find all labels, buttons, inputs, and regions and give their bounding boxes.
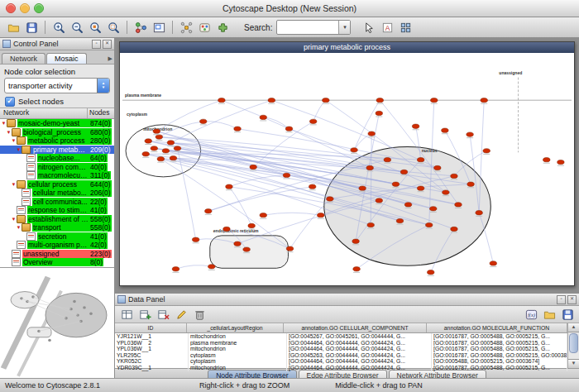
network-node[interactable] (396, 218, 403, 222)
column-header[interactable]: _cellularLayoutRegion (187, 323, 284, 332)
network-node[interactable] (323, 98, 329, 103)
network-overview-icon[interactable] (151, 19, 167, 36)
network-node[interactable] (428, 270, 434, 275)
tree-row[interactable]: secretion41(0) (0, 232, 114, 241)
expander-icon[interactable]: ▼ (11, 136, 17, 145)
network-node[interactable] (392, 182, 399, 186)
tab-mosaic[interactable]: Mosaic (46, 53, 87, 64)
network-edge[interactable] (203, 122, 237, 129)
search-box[interactable]: ▾ (276, 20, 351, 35)
network-node[interactable] (156, 135, 162, 139)
network-node[interactable] (366, 165, 373, 170)
network-node[interactable] (142, 152, 149, 156)
column-header[interactable]: annotation.GO CELLULAR_COMPONENT (284, 323, 427, 332)
tree-row[interactable]: ▼transport558(0) (0, 223, 114, 232)
birdseye-view[interactable] (0, 267, 114, 379)
tree-header-nodes[interactable]: Nodes (88, 108, 114, 118)
float-panel-icon[interactable]: ▫ (92, 40, 101, 49)
network-node[interactable] (268, 98, 275, 103)
network-node[interactable] (451, 174, 457, 178)
network-node[interactable] (351, 148, 357, 152)
network-manager-icon[interactable] (132, 19, 149, 36)
expander-icon[interactable]: ▼ (11, 215, 17, 223)
network-node[interactable] (260, 115, 266, 119)
network-node[interactable] (467, 182, 474, 186)
network-node[interactable] (376, 98, 383, 103)
network-node[interactable] (376, 111, 382, 115)
close-panel-icon[interactable]: ✕ (103, 40, 112, 49)
network-node[interactable] (153, 129, 160, 133)
tab-network[interactable]: Network (2, 53, 45, 64)
trash-icon[interactable] (191, 306, 208, 323)
tree-row[interactable]: cellular metabo...206(0) (0, 189, 114, 198)
network-node[interactable] (490, 261, 496, 265)
tree-row[interactable]: response to stimu...41(0) (0, 206, 114, 215)
network-node[interactable] (283, 173, 290, 177)
network-node[interactable] (170, 156, 176, 160)
grid-view-icon[interactable] (397, 19, 414, 36)
network-node[interactable] (412, 124, 419, 128)
first-neighbors-icon[interactable] (178, 19, 194, 36)
tree-row[interactable]: macromolecule...311(0) (0, 171, 114, 180)
network-node[interactable] (359, 186, 366, 190)
tree-row[interactable]: ▼biological_process680(0) (0, 128, 114, 137)
attr-delete-icon[interactable] (155, 306, 171, 323)
select-mode-icon[interactable] (361, 19, 377, 36)
table-row[interactable]: YKR052Ccytoplasm[GO:0044464, GO:0044444,… (115, 358, 567, 365)
network-edge[interactable] (175, 265, 211, 270)
close-panel-icon[interactable]: ✕ (567, 295, 577, 304)
table-scrollbar[interactable]: ▲ ▼ (567, 323, 579, 368)
expander-icon[interactable]: ▼ (16, 223, 22, 232)
open-session-icon[interactable] (5, 19, 22, 36)
tree-row[interactable]: unassigned223(0) (0, 250, 114, 259)
network-node[interactable] (481, 98, 487, 103)
node-color-attribute-select[interactable]: transporter activity ▲▼ (4, 78, 110, 93)
close-window-button[interactable] (6, 3, 16, 13)
network-node[interactable] (467, 132, 473, 136)
zoom-in-icon[interactable] (50, 19, 67, 36)
tree-row[interactable]: ▼primary metabolic process209(0) (0, 146, 114, 155)
attr-import-icon[interactable] (541, 306, 557, 323)
vizmapper-icon[interactable] (196, 19, 213, 36)
network-node[interactable] (208, 265, 215, 269)
tree-row[interactable]: ▼cellular process644(0) (0, 180, 114, 189)
network-node[interactable] (192, 237, 199, 241)
network-node[interactable] (443, 190, 449, 194)
network-node[interactable] (223, 227, 230, 231)
scroll-up-icon[interactable]: ▲ (568, 323, 579, 332)
network-node[interactable] (309, 119, 316, 123)
network-node[interactable] (151, 146, 157, 151)
network-node[interactable] (352, 239, 359, 243)
zoom-out-icon[interactable] (69, 19, 85, 36)
attr-select-icon[interactable] (118, 306, 135, 323)
tree-row[interactable]: ▼establishment of lo...558(0) (0, 215, 114, 224)
network-node[interactable] (483, 149, 490, 153)
network-node[interactable] (404, 203, 411, 207)
scrollbar-thumb[interactable] (569, 333, 578, 353)
network-node[interactable] (260, 213, 266, 218)
network-node[interactable] (376, 198, 382, 203)
expander-icon[interactable]: ▼ (11, 180, 17, 189)
expander-icon[interactable]: ▼ (1, 119, 7, 127)
save-session-icon[interactable] (23, 19, 40, 36)
search-input[interactable] (277, 22, 338, 33)
table-row[interactable]: YPL036W__1mitochondrion[GO:0044464, GO:0… (115, 346, 567, 352)
table-row[interactable]: YDR039C__1mitochondrion[GO:0044464, GO:0… (115, 365, 567, 371)
annotation-icon[interactable]: A (379, 19, 395, 36)
float-panel-icon[interactable]: ▫ (557, 295, 566, 304)
network-node[interactable] (234, 127, 241, 131)
network-edge[interactable] (354, 134, 371, 151)
network-edge[interactable] (208, 187, 313, 212)
zoom-fit-icon[interactable] (105, 19, 122, 36)
scroll-down-icon[interactable]: ▼ (568, 359, 579, 368)
attr-save-icon[interactable] (559, 306, 576, 323)
network-node[interactable] (226, 184, 232, 189)
network-edge[interactable] (253, 122, 313, 167)
network-node[interactable] (368, 131, 375, 136)
network-node[interactable] (157, 157, 164, 161)
network-node[interactable] (353, 267, 360, 271)
network-node[interactable] (543, 157, 550, 161)
tree-row[interactable]: Overview8(0) (0, 258, 114, 267)
network-node[interactable] (248, 223, 255, 227)
tree-row[interactable]: nitrogen compo...40(0) (0, 163, 114, 172)
